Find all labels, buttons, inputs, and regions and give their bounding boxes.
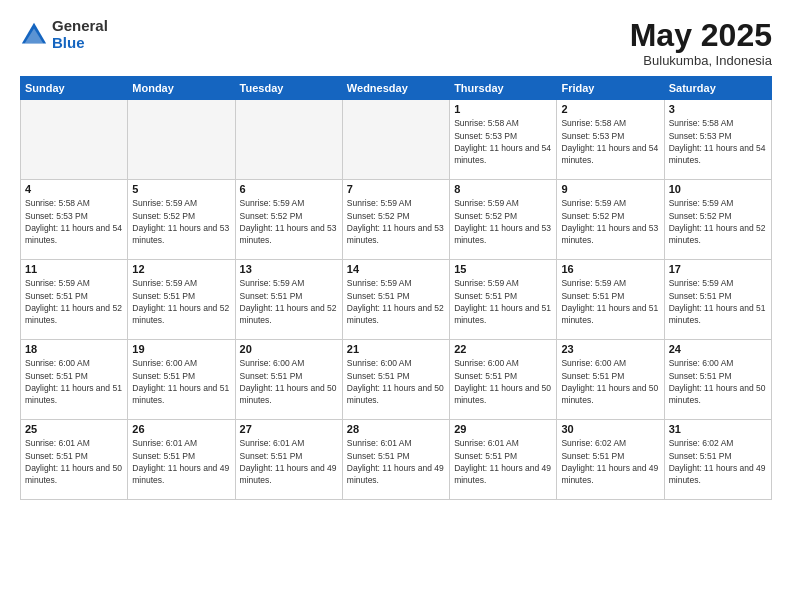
calendar-cell bbox=[342, 100, 449, 180]
day-number: 27 bbox=[240, 423, 338, 435]
weekday-header: Thursday bbox=[450, 77, 557, 100]
day-number: 12 bbox=[132, 263, 230, 275]
month-title: May 2025 bbox=[630, 18, 772, 53]
day-number: 4 bbox=[25, 183, 123, 195]
day-info: Sunrise: 5:59 AMSunset: 5:51 PMDaylight:… bbox=[561, 277, 659, 326]
logo-icon bbox=[20, 21, 48, 49]
logo-general: General bbox=[52, 18, 108, 35]
day-info: Sunrise: 6:01 AMSunset: 5:51 PMDaylight:… bbox=[25, 437, 123, 486]
day-number: 13 bbox=[240, 263, 338, 275]
calendar-cell bbox=[235, 100, 342, 180]
calendar-cell: 21Sunrise: 6:00 AMSunset: 5:51 PMDayligh… bbox=[342, 340, 449, 420]
calendar-cell: 26Sunrise: 6:01 AMSunset: 5:51 PMDayligh… bbox=[128, 420, 235, 500]
day-info: Sunrise: 6:01 AMSunset: 5:51 PMDaylight:… bbox=[454, 437, 552, 486]
day-info: Sunrise: 6:00 AMSunset: 5:51 PMDaylight:… bbox=[240, 357, 338, 406]
day-number: 26 bbox=[132, 423, 230, 435]
day-number: 19 bbox=[132, 343, 230, 355]
calendar-cell: 10Sunrise: 5:59 AMSunset: 5:52 PMDayligh… bbox=[664, 180, 771, 260]
calendar-page: General Blue May 2025 Bulukumba, Indones… bbox=[0, 0, 792, 612]
day-info: Sunrise: 6:00 AMSunset: 5:51 PMDaylight:… bbox=[454, 357, 552, 406]
day-number: 25 bbox=[25, 423, 123, 435]
calendar-header-row: SundayMondayTuesdayWednesdayThursdayFrid… bbox=[21, 77, 772, 100]
day-number: 5 bbox=[132, 183, 230, 195]
day-number: 15 bbox=[454, 263, 552, 275]
day-info: Sunrise: 6:01 AMSunset: 5:51 PMDaylight:… bbox=[240, 437, 338, 486]
weekday-header: Tuesday bbox=[235, 77, 342, 100]
day-info: Sunrise: 5:58 AMSunset: 5:53 PMDaylight:… bbox=[454, 117, 552, 166]
logo-text: General Blue bbox=[52, 18, 108, 51]
day-number: 24 bbox=[669, 343, 767, 355]
calendar-cell bbox=[128, 100, 235, 180]
day-info: Sunrise: 5:59 AMSunset: 5:52 PMDaylight:… bbox=[347, 197, 445, 246]
day-info: Sunrise: 5:59 AMSunset: 5:51 PMDaylight:… bbox=[669, 277, 767, 326]
day-number: 18 bbox=[25, 343, 123, 355]
calendar-week-row: 18Sunrise: 6:00 AMSunset: 5:51 PMDayligh… bbox=[21, 340, 772, 420]
day-number: 22 bbox=[454, 343, 552, 355]
weekday-header: Sunday bbox=[21, 77, 128, 100]
calendar-cell: 16Sunrise: 5:59 AMSunset: 5:51 PMDayligh… bbox=[557, 260, 664, 340]
day-number: 9 bbox=[561, 183, 659, 195]
title-block: May 2025 Bulukumba, Indonesia bbox=[630, 18, 772, 68]
day-info: Sunrise: 6:00 AMSunset: 5:51 PMDaylight:… bbox=[347, 357, 445, 406]
calendar-cell: 29Sunrise: 6:01 AMSunset: 5:51 PMDayligh… bbox=[450, 420, 557, 500]
calendar-cell: 1Sunrise: 5:58 AMSunset: 5:53 PMDaylight… bbox=[450, 100, 557, 180]
day-info: Sunrise: 5:59 AMSunset: 5:51 PMDaylight:… bbox=[347, 277, 445, 326]
day-number: 3 bbox=[669, 103, 767, 115]
calendar-cell: 19Sunrise: 6:00 AMSunset: 5:51 PMDayligh… bbox=[128, 340, 235, 420]
calendar-cell: 23Sunrise: 6:00 AMSunset: 5:51 PMDayligh… bbox=[557, 340, 664, 420]
calendar-cell: 25Sunrise: 6:01 AMSunset: 5:51 PMDayligh… bbox=[21, 420, 128, 500]
calendar-cell: 3Sunrise: 5:58 AMSunset: 5:53 PMDaylight… bbox=[664, 100, 771, 180]
day-info: Sunrise: 5:58 AMSunset: 5:53 PMDaylight:… bbox=[25, 197, 123, 246]
calendar-week-row: 25Sunrise: 6:01 AMSunset: 5:51 PMDayligh… bbox=[21, 420, 772, 500]
calendar-cell: 18Sunrise: 6:00 AMSunset: 5:51 PMDayligh… bbox=[21, 340, 128, 420]
calendar-cell: 6Sunrise: 5:59 AMSunset: 5:52 PMDaylight… bbox=[235, 180, 342, 260]
day-number: 7 bbox=[347, 183, 445, 195]
day-number: 28 bbox=[347, 423, 445, 435]
logo: General Blue bbox=[20, 18, 108, 51]
day-info: Sunrise: 5:59 AMSunset: 5:51 PMDaylight:… bbox=[132, 277, 230, 326]
calendar-cell: 2Sunrise: 5:58 AMSunset: 5:53 PMDaylight… bbox=[557, 100, 664, 180]
day-info: Sunrise: 5:59 AMSunset: 5:52 PMDaylight:… bbox=[240, 197, 338, 246]
weekday-header: Saturday bbox=[664, 77, 771, 100]
day-info: Sunrise: 6:00 AMSunset: 5:51 PMDaylight:… bbox=[132, 357, 230, 406]
calendar-cell: 5Sunrise: 5:59 AMSunset: 5:52 PMDaylight… bbox=[128, 180, 235, 260]
calendar-cell: 7Sunrise: 5:59 AMSunset: 5:52 PMDaylight… bbox=[342, 180, 449, 260]
day-info: Sunrise: 5:59 AMSunset: 5:52 PMDaylight:… bbox=[454, 197, 552, 246]
day-info: Sunrise: 5:59 AMSunset: 5:51 PMDaylight:… bbox=[454, 277, 552, 326]
weekday-header: Friday bbox=[557, 77, 664, 100]
day-number: 8 bbox=[454, 183, 552, 195]
day-info: Sunrise: 6:02 AMSunset: 5:51 PMDaylight:… bbox=[561, 437, 659, 486]
calendar-cell: 22Sunrise: 6:00 AMSunset: 5:51 PMDayligh… bbox=[450, 340, 557, 420]
calendar-cell: 27Sunrise: 6:01 AMSunset: 5:51 PMDayligh… bbox=[235, 420, 342, 500]
calendar-week-row: 11Sunrise: 5:59 AMSunset: 5:51 PMDayligh… bbox=[21, 260, 772, 340]
day-number: 11 bbox=[25, 263, 123, 275]
logo-blue: Blue bbox=[52, 35, 108, 52]
calendar-cell: 30Sunrise: 6:02 AMSunset: 5:51 PMDayligh… bbox=[557, 420, 664, 500]
day-info: Sunrise: 5:58 AMSunset: 5:53 PMDaylight:… bbox=[561, 117, 659, 166]
day-number: 31 bbox=[669, 423, 767, 435]
day-number: 10 bbox=[669, 183, 767, 195]
day-number: 23 bbox=[561, 343, 659, 355]
weekday-header: Wednesday bbox=[342, 77, 449, 100]
day-number: 21 bbox=[347, 343, 445, 355]
calendar-cell: 17Sunrise: 5:59 AMSunset: 5:51 PMDayligh… bbox=[664, 260, 771, 340]
calendar-cell: 11Sunrise: 5:59 AMSunset: 5:51 PMDayligh… bbox=[21, 260, 128, 340]
calendar-cell: 31Sunrise: 6:02 AMSunset: 5:51 PMDayligh… bbox=[664, 420, 771, 500]
calendar-cell: 20Sunrise: 6:00 AMSunset: 5:51 PMDayligh… bbox=[235, 340, 342, 420]
day-info: Sunrise: 6:01 AMSunset: 5:51 PMDaylight:… bbox=[132, 437, 230, 486]
day-info: Sunrise: 5:59 AMSunset: 5:52 PMDaylight:… bbox=[132, 197, 230, 246]
day-number: 17 bbox=[669, 263, 767, 275]
calendar-cell bbox=[21, 100, 128, 180]
day-info: Sunrise: 5:58 AMSunset: 5:53 PMDaylight:… bbox=[669, 117, 767, 166]
day-number: 20 bbox=[240, 343, 338, 355]
day-number: 30 bbox=[561, 423, 659, 435]
calendar-cell: 28Sunrise: 6:01 AMSunset: 5:51 PMDayligh… bbox=[342, 420, 449, 500]
day-number: 29 bbox=[454, 423, 552, 435]
page-header: General Blue May 2025 Bulukumba, Indones… bbox=[20, 18, 772, 68]
day-info: Sunrise: 6:02 AMSunset: 5:51 PMDaylight:… bbox=[669, 437, 767, 486]
day-info: Sunrise: 6:00 AMSunset: 5:51 PMDaylight:… bbox=[25, 357, 123, 406]
day-info: Sunrise: 6:01 AMSunset: 5:51 PMDaylight:… bbox=[347, 437, 445, 486]
day-info: Sunrise: 5:59 AMSunset: 5:52 PMDaylight:… bbox=[669, 197, 767, 246]
day-info: Sunrise: 5:59 AMSunset: 5:51 PMDaylight:… bbox=[240, 277, 338, 326]
calendar-week-row: 1Sunrise: 5:58 AMSunset: 5:53 PMDaylight… bbox=[21, 100, 772, 180]
